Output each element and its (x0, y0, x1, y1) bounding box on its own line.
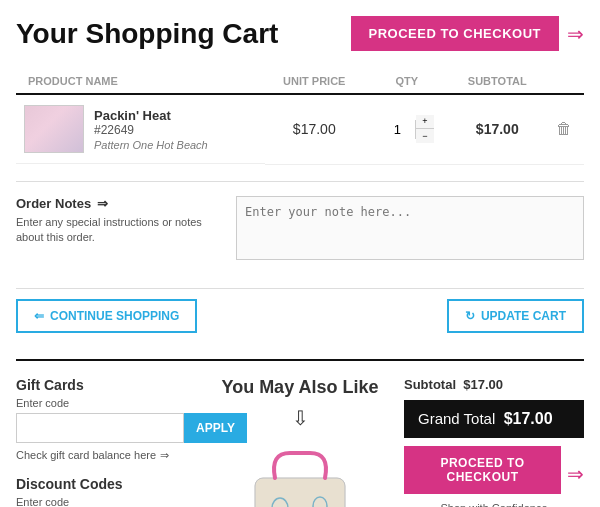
checkout-arrow-icon-top: ⇒ (567, 22, 584, 46)
product-pattern: Pattern One Hot Beach (94, 139, 208, 151)
recommended-product-image (240, 438, 360, 508)
discount-section: Discount Codes Enter code APPLY (16, 476, 196, 508)
gift-cards-title: Gift Cards (16, 377, 196, 393)
notes-arrow-icon: ⇒ (97, 196, 108, 211)
shop-confidence-text: Shop with Confidence (404, 502, 584, 508)
cart-row: Packin' Heat #22649 Pattern One Hot Beac… (16, 94, 584, 164)
gift-code-label: Enter code (16, 397, 196, 409)
order-notes-title: Order Notes (16, 196, 91, 211)
continue-shopping-button[interactable]: ⇐ CONTINUE SHOPPING (16, 299, 197, 333)
col-qty: QTY (363, 69, 450, 94)
product-image (24, 105, 84, 153)
unit-price: $17.00 (293, 121, 336, 137)
delete-item-icon[interactable]: 🗑 (556, 120, 572, 137)
col-product-name: PRODUCT NAME (16, 69, 265, 94)
gift-code-input-row: APPLY (16, 413, 196, 443)
update-refresh-icon: ↻ (465, 309, 475, 323)
row-subtotal: $17.00 (476, 121, 519, 137)
qty-decrease[interactable]: − (416, 129, 434, 143)
checkout-button-top[interactable]: PROCEED TO CHECKOUT (351, 16, 560, 51)
subtotal-label: Subtotal (404, 377, 456, 392)
col-unit-price: UNIT PRICE (265, 69, 363, 94)
continue-arrow-icon: ⇐ (34, 309, 44, 323)
recommended-product[interactable]: Weekender $50.00 (240, 438, 360, 508)
product-name: Packin' Heat (94, 108, 208, 123)
section-divider (16, 359, 584, 361)
subtotal-line: Subtotal $17.00 (404, 377, 584, 392)
order-summary-section: Subtotal $17.00 Grand Total $17.00 PROCE… (404, 377, 584, 508)
discount-label: Enter code (16, 496, 196, 508)
gift-balance-text: Check gift card balance here (16, 449, 156, 461)
cart-actions: ⇐ CONTINUE SHOPPING ↻ UPDATE CART (16, 288, 584, 343)
update-cart-button[interactable]: ↻ UPDATE CART (447, 299, 584, 333)
gift-balance-row: Check gift card balance here ⇒ (16, 449, 196, 462)
product-info: Packin' Heat #22649 Pattern One Hot Beac… (84, 108, 208, 151)
balance-arrow-icon: ⇒ (160, 449, 169, 462)
grand-total-value: $17.00 (504, 410, 553, 427)
qty-buttons: + − (416, 115, 434, 143)
grand-total-label: Grand Total (418, 410, 495, 427)
col-subtotal: SUBTOTAL (451, 69, 544, 94)
subtotal-value: $17.00 (463, 377, 503, 392)
bottom-section: Gift Cards Enter code APPLY Check gift c… (16, 377, 584, 508)
also-like-title: You May Also Like (216, 377, 384, 398)
page-title: Your Shopping Cart (16, 18, 278, 50)
also-like-section: You May Also Like ⇩ (216, 377, 384, 508)
gift-discount-section: Gift Cards Enter code APPLY Check gift c… (16, 377, 196, 508)
order-notes-section: Order Notes ⇒ Enter any special instruct… (16, 181, 584, 274)
grand-total-box: Grand Total $17.00 (404, 400, 584, 438)
svg-rect-0 (255, 478, 345, 508)
order-notes-textarea[interactable] (236, 196, 584, 260)
gift-code-input[interactable] (16, 413, 184, 443)
checkout-button-bottom[interactable]: PROCEED TO CHECKOUT (404, 446, 561, 494)
cart-table: PRODUCT NAME UNIT PRICE QTY SUBTOTAL Pac… (16, 69, 584, 165)
checkout-arrow-icon-bottom: ⇒ (567, 462, 584, 486)
discount-title: Discount Codes (16, 476, 196, 492)
checkout-bottom-row: PROCEED TO CHECKOUT ⇒ (404, 446, 584, 502)
product-sku: #22649 (94, 123, 208, 137)
qty-input[interactable] (380, 120, 416, 139)
order-notes-description: Enter any special instructions or notes … (16, 215, 216, 246)
down-arrow-icon: ⇩ (216, 406, 384, 430)
qty-increase[interactable]: + (416, 115, 434, 129)
